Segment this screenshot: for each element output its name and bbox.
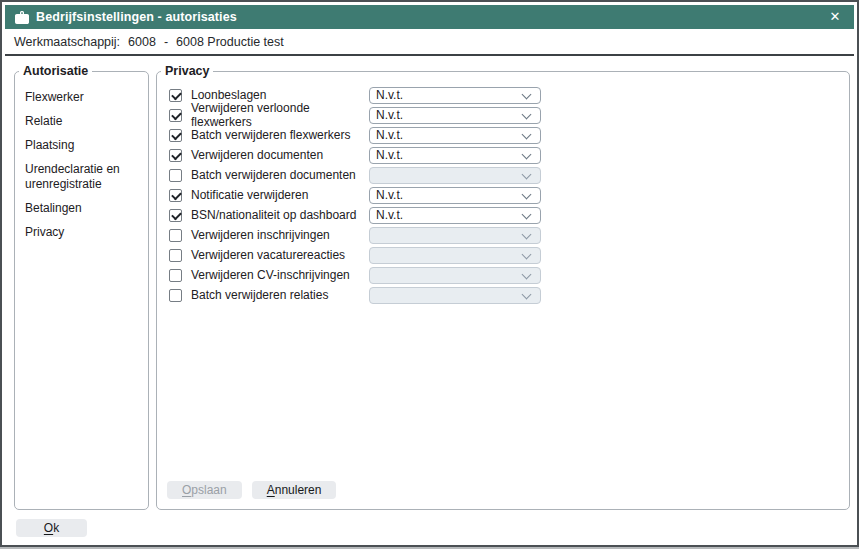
dropdown-select[interactable] bbox=[369, 227, 541, 244]
cancel-button[interactable]: Annuleren bbox=[252, 481, 337, 499]
dialog-window: Bedrijfsinstellingen - autorisaties ✕ We… bbox=[0, 0, 859, 547]
privacy-rows: LoonbeslagenN.v.t.Verwijderen verloonde … bbox=[157, 78, 849, 305]
sidebar-item-privacy[interactable]: Privacy bbox=[25, 220, 131, 244]
privacy-legend: Privacy bbox=[161, 64, 213, 78]
privacy-option-label: Loonbeslagen bbox=[191, 88, 369, 102]
dropdown-select[interactable]: N.v.t. bbox=[369, 127, 541, 144]
dropdown-value: N.v.t. bbox=[376, 108, 403, 122]
checkbox-unchecked[interactable] bbox=[169, 269, 182, 282]
privacy-row: BSN/nationaliteit op dashboardN.v.t. bbox=[169, 205, 849, 225]
dropdown-value: N.v.t. bbox=[376, 208, 403, 222]
chevron-down-icon bbox=[520, 170, 534, 180]
checkbox-checked[interactable] bbox=[169, 89, 182, 102]
company-label: Werkmaatschappij: bbox=[14, 35, 120, 49]
privacy-option-label: Verwijderen inschrijvingen bbox=[191, 228, 369, 242]
checkbox-checked[interactable] bbox=[169, 129, 182, 142]
company-bar: Werkmaatschappij: 6008 - 6008 Productie … bbox=[5, 29, 854, 56]
autorisatie-legend: Autorisatie bbox=[19, 64, 92, 78]
chevron-down-icon bbox=[520, 210, 534, 220]
dropdown-select[interactable]: N.v.t. bbox=[369, 87, 541, 104]
privacy-option-label: Batch verwijderen flexwerkers bbox=[191, 128, 369, 142]
content-area: Autorisatie FlexwerkerRelatiePlaatsingUr… bbox=[5, 56, 854, 510]
autorisatie-list: FlexwerkerRelatiePlaatsingUrendeclaratie… bbox=[15, 78, 148, 244]
privacy-row: Verwijderen vacaturereacties bbox=[169, 245, 849, 265]
chevron-down-icon bbox=[520, 270, 534, 280]
dropdown-select[interactable]: N.v.t. bbox=[369, 147, 541, 164]
dropdown-value: N.v.t. bbox=[376, 148, 403, 162]
sidebar-item-flexwerker[interactable]: Flexwerker bbox=[25, 85, 131, 109]
privacy-row: Verwijderen verloonde flexwerkersN.v.t. bbox=[169, 105, 849, 125]
company-name: 6008 Productie test bbox=[176, 35, 284, 49]
privacy-option-label: BSN/nationaliteit op dashboard bbox=[191, 208, 369, 222]
privacy-option-label: Verwijderen vacaturereacties bbox=[191, 248, 369, 262]
checkbox-checked[interactable] bbox=[169, 109, 182, 122]
dropdown-select[interactable]: N.v.t. bbox=[369, 207, 541, 224]
privacy-option-label: Notificatie verwijderen bbox=[191, 188, 369, 202]
chevron-down-icon bbox=[520, 150, 534, 160]
privacy-row: Batch verwijderen documenten bbox=[169, 165, 849, 185]
sidebar-item-urendeclaratie-en-urenregistratie[interactable]: Urendeclaratie en urenregistratie bbox=[25, 157, 131, 196]
privacy-option-label: Verwijderen verloonde flexwerkers bbox=[191, 101, 369, 129]
sidebar-item-plaatsing[interactable]: Plaatsing bbox=[25, 133, 131, 157]
chevron-down-icon bbox=[520, 110, 534, 120]
title-bar: Bedrijfsinstellingen - autorisaties ✕ bbox=[5, 5, 854, 29]
privacy-row: Batch verwijderen flexwerkersN.v.t. bbox=[169, 125, 849, 145]
checkbox-unchecked[interactable] bbox=[169, 169, 182, 182]
button-row: Opslaan Annuleren bbox=[157, 481, 849, 509]
company-code: 6008 bbox=[128, 35, 156, 49]
privacy-row: Verwijderen CV-inschrijvingen bbox=[169, 265, 849, 285]
privacy-row: Batch verwijderen relaties bbox=[169, 285, 849, 305]
dropdown-select[interactable] bbox=[369, 247, 541, 264]
chevron-down-icon bbox=[520, 130, 534, 140]
privacy-row: Verwijderen documentenN.v.t. bbox=[169, 145, 849, 165]
chevron-down-icon bbox=[520, 230, 534, 240]
company-separator: - bbox=[164, 35, 168, 49]
sidebar-item-relatie[interactable]: Relatie bbox=[25, 109, 131, 133]
dropdown-select[interactable]: N.v.t. bbox=[369, 187, 541, 204]
checkbox-checked[interactable] bbox=[169, 189, 182, 202]
sidebar-item-betalingen[interactable]: Betalingen bbox=[25, 196, 131, 220]
privacy-group: Privacy LoonbeslagenN.v.t.Verwijderen ve… bbox=[156, 64, 850, 510]
briefcase-icon bbox=[15, 11, 29, 24]
window-title: Bedrijfsinstellingen - autorisaties bbox=[36, 10, 237, 24]
dropdown-select[interactable] bbox=[369, 167, 541, 184]
dropdown-select[interactable]: N.v.t. bbox=[369, 107, 541, 124]
privacy-row: Verwijderen inschrijvingen bbox=[169, 225, 849, 245]
chevron-down-icon bbox=[520, 190, 534, 200]
chevron-down-icon bbox=[520, 250, 534, 260]
ok-button[interactable]: Ok bbox=[16, 519, 87, 537]
privacy-option-label: Verwijderen documenten bbox=[191, 148, 369, 162]
privacy-row: Notificatie verwijderenN.v.t. bbox=[169, 185, 849, 205]
dropdown-select[interactable] bbox=[369, 267, 541, 284]
close-icon[interactable]: ✕ bbox=[826, 5, 844, 29]
dropdown-select[interactable] bbox=[369, 287, 541, 304]
checkbox-checked[interactable] bbox=[169, 209, 182, 222]
save-button[interactable]: Opslaan bbox=[167, 481, 242, 499]
dropdown-value: N.v.t. bbox=[376, 128, 403, 142]
dropdown-value: N.v.t. bbox=[376, 88, 403, 102]
privacy-option-label: Batch verwijderen relaties bbox=[191, 288, 369, 302]
privacy-option-label: Batch verwijderen documenten bbox=[191, 168, 369, 182]
privacy-option-label: Verwijderen CV-inschrijvingen bbox=[191, 268, 369, 282]
chevron-down-icon bbox=[520, 90, 534, 100]
dropdown-value: N.v.t. bbox=[376, 188, 403, 202]
checkbox-unchecked[interactable] bbox=[169, 229, 182, 242]
chevron-down-icon bbox=[520, 290, 534, 300]
checkbox-unchecked[interactable] bbox=[169, 249, 182, 262]
checkbox-checked[interactable] bbox=[169, 149, 182, 162]
checkbox-unchecked[interactable] bbox=[169, 289, 182, 302]
autorisatie-group: Autorisatie FlexwerkerRelatiePlaatsingUr… bbox=[14, 64, 149, 510]
